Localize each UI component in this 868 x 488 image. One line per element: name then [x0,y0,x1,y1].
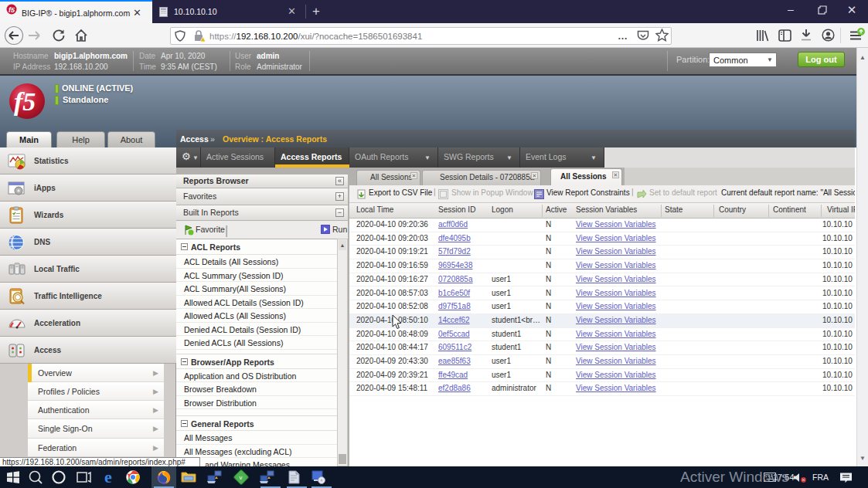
svg-text:v: v [240,474,243,481]
svg-text:f5: f5 [14,87,36,116]
svg-text:f5: f5 [9,6,15,14]
